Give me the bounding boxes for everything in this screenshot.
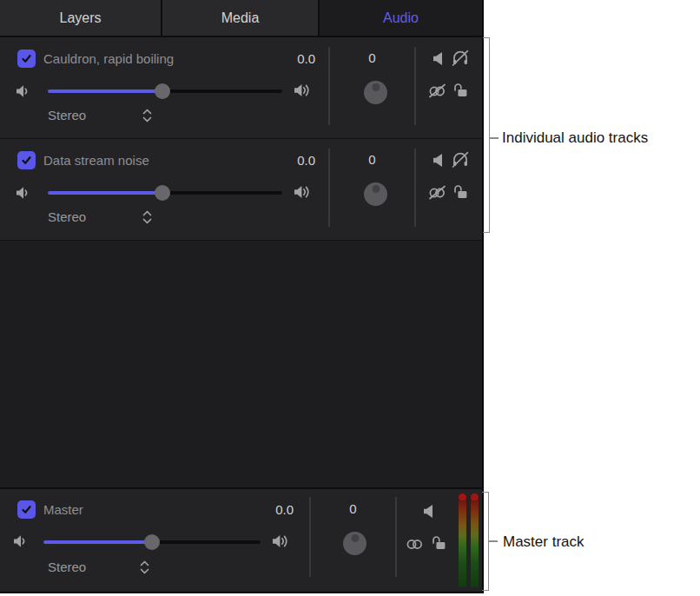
volume-slider-knob[interactable] bbox=[155, 185, 170, 201]
volume-slider[interactable] bbox=[43, 540, 261, 544]
output-channels-popup[interactable]: Stereo bbox=[48, 209, 86, 224]
speaker-low-icon bbox=[15, 83, 30, 99]
volume-slider[interactable] bbox=[48, 89, 282, 93]
speaker-low-icon bbox=[12, 533, 28, 549]
lock-open-icon[interactable] bbox=[452, 183, 469, 200]
lock-open-icon[interactable] bbox=[431, 534, 447, 551]
speaker-loud-icon bbox=[293, 82, 312, 99]
track-enable-checkbox[interactable] bbox=[17, 151, 36, 169]
speaker-loud-icon bbox=[271, 533, 290, 550]
audio-track-row-datastream[interactable]: Data stream noise 0.0 St bbox=[0, 139, 482, 241]
popup-chevrons-icon[interactable] bbox=[142, 108, 153, 123]
checkmark-icon bbox=[21, 504, 32, 515]
empty-track-area bbox=[0, 241, 482, 489]
speaker-loud-icon bbox=[293, 183, 312, 201]
speaker-low-icon bbox=[15, 185, 30, 201]
audio-track-row-cauldron[interactable]: Cauldron, rapid boiling 0.0 bbox=[0, 37, 482, 139]
track-enable-checkbox[interactable] bbox=[17, 500, 36, 519]
master-track-bracket-tick bbox=[489, 540, 498, 542]
pan-value-field[interactable]: 0 bbox=[311, 501, 395, 516]
lock-open-icon[interactable] bbox=[452, 82, 469, 98]
volume-slider-knob[interactable] bbox=[155, 83, 170, 99]
volume-slider[interactable] bbox=[48, 191, 282, 195]
solo-headphones-slash-icon[interactable] bbox=[451, 150, 470, 169]
master-track-bracket bbox=[482, 492, 489, 591]
pan-value-field[interactable]: 0 bbox=[330, 50, 414, 65]
output-channels-popup[interactable]: Stereo bbox=[48, 560, 86, 574]
section-divider bbox=[414, 149, 416, 227]
audio-panel: Layers Media Audio Cauldron, rapid boili… bbox=[0, 0, 484, 593]
track-name: Cauldron, rapid boiling bbox=[43, 51, 174, 66]
individual-tracks-annotation: Individual audio tracks bbox=[502, 129, 648, 147]
volume-slider-fill bbox=[43, 540, 152, 544]
pan-knob[interactable] bbox=[343, 532, 367, 555]
output-channels-popup[interactable]: Stereo bbox=[48, 108, 86, 123]
mute-button-icon[interactable] bbox=[432, 51, 445, 66]
popup-chevrons-icon[interactable] bbox=[142, 209, 153, 225]
volume-value-field[interactable]: 0.0 bbox=[261, 153, 315, 168]
individual-tracks-bracket-tick bbox=[490, 137, 499, 139]
volume-slider-fill bbox=[48, 89, 162, 93]
master-track-annotation: Master track bbox=[503, 533, 584, 551]
link-icon[interactable] bbox=[405, 538, 425, 551]
individual-tracks-bracket bbox=[483, 37, 490, 233]
popup-chevrons-icon[interactable] bbox=[139, 560, 150, 575]
volume-value-field[interactable]: 0.0 bbox=[261, 51, 315, 66]
pan-value-field[interactable]: 0 bbox=[330, 152, 414, 167]
checkmark-icon bbox=[21, 155, 32, 166]
level-meter-right bbox=[471, 500, 479, 587]
screenshot-canvas: Layers Media Audio Cauldron, rapid boili… bbox=[0, 0, 700, 596]
link-slash-icon[interactable] bbox=[426, 185, 448, 200]
solo-headphones-slash-icon[interactable] bbox=[451, 49, 470, 68]
checkmark-icon bbox=[21, 53, 32, 64]
level-meter-left bbox=[459, 500, 466, 587]
volume-value-field[interactable]: 0.0 bbox=[241, 502, 294, 517]
mute-button-icon[interactable] bbox=[422, 504, 435, 519]
pan-knob[interactable] bbox=[364, 182, 387, 206]
volume-slider-knob[interactable] bbox=[144, 534, 160, 550]
track-enable-checkbox[interactable] bbox=[17, 50, 36, 68]
pan-knob[interactable] bbox=[364, 81, 387, 104]
tab-layers[interactable]: Layers bbox=[0, 0, 162, 36]
mute-button-icon[interactable] bbox=[432, 153, 445, 168]
master-track-row[interactable]: Master 0.0 Stereo bbox=[0, 489, 482, 591]
volume-slider-fill bbox=[48, 191, 162, 195]
track-name: Data stream noise bbox=[43, 153, 149, 168]
tab-media[interactable]: Media bbox=[162, 0, 320, 36]
tab-audio[interactable]: Audio bbox=[320, 0, 482, 36]
section-divider bbox=[414, 47, 416, 125]
section-divider bbox=[395, 497, 397, 577]
link-slash-icon[interactable] bbox=[426, 83, 448, 98]
panel-tab-bar: Layers Media Audio bbox=[0, 0, 482, 37]
track-name: Master bbox=[43, 502, 83, 517]
